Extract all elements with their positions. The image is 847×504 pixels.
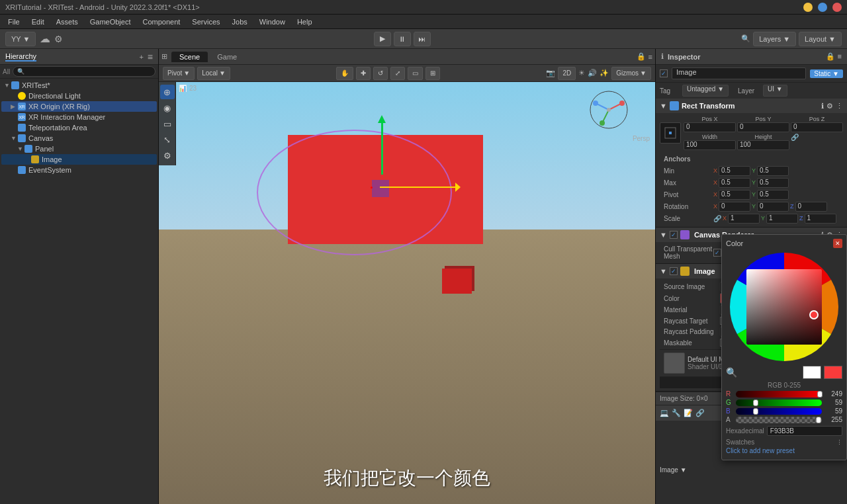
- r-channel-thumb[interactable]: [817, 391, 823, 398]
- rect-tool-btn[interactable]: ▭: [408, 67, 423, 80]
- rect-select-btn[interactable]: ▭: [160, 116, 175, 131]
- image-dropdown-icon[interactable]: ▼: [680, 466, 687, 474]
- object-name-field[interactable]: Image: [672, 67, 806, 79]
- pivot-x-field[interactable]: 0.5: [719, 190, 750, 200]
- transform-gizmo-btn[interactable]: ⊕: [160, 85, 175, 99]
- cloud-icon[interactable]: ☁: [40, 32, 50, 45]
- anchor-min-x-field[interactable]: 0.5: [719, 166, 750, 176]
- move-tool-btn[interactable]: ✚: [356, 67, 371, 80]
- play-button[interactable]: ▶: [374, 32, 391, 46]
- tab-scene[interactable]: Scene: [171, 52, 208, 62]
- menu-window[interactable]: Window: [254, 17, 290, 27]
- hier-item-canvas[interactable]: ▼ Canvas: [1, 133, 157, 144]
- rotate-tool-btn[interactable]: ↺: [373, 67, 388, 80]
- a-channel-thumb[interactable]: [816, 417, 821, 423]
- layers-dropdown[interactable]: Layers ▼: [753, 32, 796, 46]
- scene-view[interactable]: ⊕ ◉ ▭ ⤡ ⚙: [159, 82, 655, 504]
- scale-z-field[interactable]: 1: [805, 214, 836, 224]
- scene-lock-icon[interactable]: 🔒: [637, 52, 646, 61]
- inspector-lock-icon[interactable]: 🔒: [826, 52, 835, 61]
- object-active-checkbox[interactable]: [660, 69, 668, 77]
- transform-tool-btn[interactable]: ⊞: [425, 67, 440, 80]
- menu-help[interactable]: Help: [292, 17, 318, 27]
- rect-info-icon[interactable]: ℹ: [821, 102, 824, 110]
- hier-item-eventsystem[interactable]: EventSystem: [1, 165, 157, 175]
- scale-tool-btn[interactable]: ⤢: [390, 67, 405, 80]
- inspector-bottom-icon1[interactable]: 💻: [660, 409, 669, 417]
- menu-services[interactable]: Services: [187, 17, 225, 27]
- cull-checkbox[interactable]: [713, 249, 721, 257]
- color-picker-close-btn[interactable]: ✕: [833, 239, 842, 248]
- scale-x-field[interactable]: 1: [728, 214, 760, 224]
- scale-y-field[interactable]: 1: [766, 214, 798, 224]
- menu-edit[interactable]: Edit: [26, 17, 50, 27]
- anchor-max-y-field[interactable]: 0.5: [757, 178, 789, 188]
- hex-value-field[interactable]: F93B3B: [767, 426, 842, 436]
- hier-item-xr-origin[interactable]: ▶ XR XR Origin (XR Rig): [1, 101, 157, 112]
- rot-z-field[interactable]: 0: [795, 202, 827, 212]
- layer-dropdown[interactable]: UI ▼: [763, 85, 787, 97]
- pos-y-field[interactable]: 0: [737, 122, 789, 132]
- anchor-min-y-field[interactable]: 0.5: [757, 166, 789, 176]
- swatches-menu-icon[interactable]: ⋮: [836, 439, 842, 446]
- width-height-lock-icon[interactable]: 🔗: [791, 134, 799, 150]
- hier-item-image[interactable]: Image: [1, 154, 157, 165]
- hier-item-teleportation-area[interactable]: Teleportation Area: [1, 122, 157, 133]
- menu-component[interactable]: Component: [137, 17, 185, 27]
- layout-dropdown[interactable]: Layout ▼: [799, 32, 842, 46]
- scene-view-btn[interactable]: ◉: [160, 101, 175, 115]
- 2d-toggle-btn[interactable]: 2D: [558, 67, 576, 80]
- anchor-preset-btn[interactable]: [660, 122, 681, 144]
- hierarchy-search-area[interactable]: 🔍: [13, 66, 156, 77]
- hierarchy-menu-icon[interactable]: ≡: [148, 52, 153, 62]
- rect-menu-icon[interactable]: ⋮: [836, 102, 843, 110]
- rot-y-field[interactable]: 0: [757, 202, 789, 212]
- hand-tool-btn[interactable]: ✋: [336, 67, 353, 80]
- local-dropdown[interactable]: Local ▼: [197, 67, 230, 80]
- height-field[interactable]: 100: [737, 140, 789, 150]
- hierarchy-add-icon[interactable]: +: [139, 53, 143, 61]
- gizmos-dropdown[interactable]: Gizmos ▼: [611, 67, 651, 80]
- pause-button[interactable]: ⏸: [394, 32, 411, 46]
- scene-menu-icon[interactable]: ≡: [648, 53, 652, 61]
- maximize-btn[interactable]: [818, 3, 827, 12]
- menu-gameobject[interactable]: GameObject: [85, 17, 136, 27]
- hier-item-panel[interactable]: ▼ Panel: [1, 144, 157, 154]
- g-channel-thumb[interactable]: [753, 399, 758, 406]
- rect-transform-header[interactable]: ▼ Rect Transform ℹ ⚙ ⋮: [656, 99, 847, 113]
- inspector-bottom-icon4[interactable]: 🔗: [695, 409, 705, 417]
- tag-dropdown[interactable]: Untagged ▼: [682, 85, 729, 97]
- menu-assets[interactable]: Assets: [51, 17, 83, 27]
- menu-file[interactable]: File: [3, 17, 25, 27]
- image-component-checkbox[interactable]: [670, 267, 678, 275]
- scene-scale-btn[interactable]: ⤡: [160, 132, 175, 147]
- scene-custom-btn[interactable]: ⚙: [160, 148, 175, 163]
- rot-x-field[interactable]: 0: [719, 202, 750, 212]
- step-button[interactable]: ⏭: [414, 32, 431, 46]
- pos-x-field[interactable]: 0: [684, 122, 736, 132]
- rect-settings-icon[interactable]: ⚙: [826, 102, 833, 110]
- pivot-y-field[interactable]: 0.5: [757, 190, 789, 200]
- b-channel-thumb[interactable]: [753, 408, 758, 415]
- inspector-bottom-icon2[interactable]: 🔧: [672, 409, 681, 417]
- account-btn[interactable]: YY ▼: [5, 32, 36, 46]
- minimize-btn[interactable]: [803, 3, 813, 12]
- inspector-bottom-icon3[interactable]: 📝: [684, 409, 693, 417]
- add-preset-btn[interactable]: Click to add new preset: [726, 446, 842, 456]
- settings-icon[interactable]: ⚙: [54, 34, 63, 44]
- tab-game[interactable]: Game: [209, 52, 245, 62]
- static-dropdown[interactable]: Static ▼: [810, 69, 843, 78]
- close-btn[interactable]: [832, 3, 842, 12]
- anchor-max-x-field[interactable]: 0.5: [719, 178, 750, 188]
- width-field[interactable]: 100: [684, 140, 736, 150]
- scale-lock-icon[interactable]: 🔗: [713, 215, 721, 222]
- hier-item-xritest[interactable]: ▼ XRITest*: [1, 80, 157, 91]
- hier-item-directional-light[interactable]: Directional Light: [1, 91, 157, 101]
- inspector-menu-icon[interactable]: ≡: [838, 52, 842, 61]
- color-wheel-container[interactable]: [728, 251, 840, 363]
- canvas-renderer-checkbox[interactable]: [670, 231, 678, 239]
- pivot-dropdown[interactable]: Pivot ▼: [163, 67, 195, 80]
- menu-jobs[interactable]: Jobs: [227, 17, 253, 27]
- eyedropper-icon[interactable]: 🔍: [726, 367, 737, 378]
- pos-z-field[interactable]: 0: [791, 122, 843, 132]
